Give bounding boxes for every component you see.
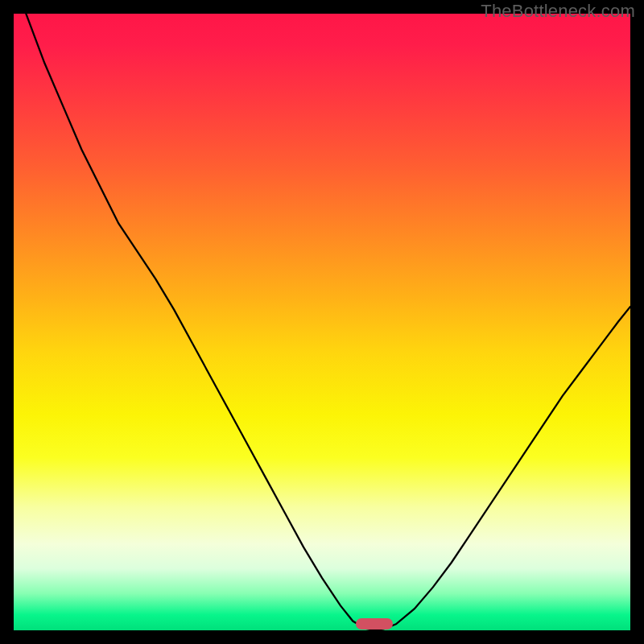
optimal-range-marker: [356, 618, 393, 630]
chart-frame: TheBottleneck.com: [0, 0, 644, 644]
watermark-text: TheBottleneck.com: [481, 1, 635, 22]
plot-area: [14, 14, 630, 630]
bottleneck-curve: [14, 14, 630, 630]
